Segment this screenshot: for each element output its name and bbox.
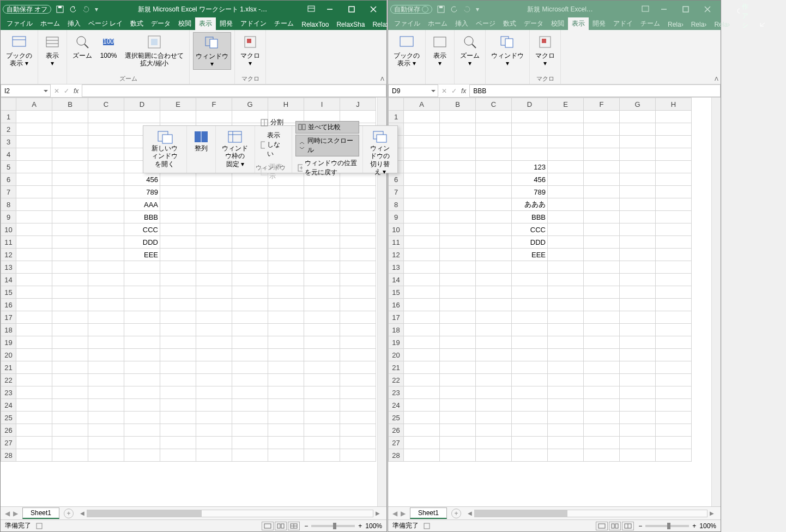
cell[interactable] (656, 236, 692, 249)
ribbon-display-icon[interactable] (641, 5, 650, 14)
cell[interactable] (88, 236, 124, 249)
normal-view-icon[interactable] (262, 522, 274, 530)
zoom-slider[interactable] (645, 525, 689, 527)
row-header[interactable]: 25 (389, 412, 404, 424)
sheet-tab[interactable]: Sheet1 (410, 507, 447, 519)
cell[interactable] (52, 211, 88, 223)
cell[interactable] (196, 361, 232, 374)
cell[interactable] (548, 299, 584, 311)
cell[interactable] (476, 173, 512, 186)
cell[interactable] (16, 148, 52, 161)
book-view-button[interactable]: ブックの 表示 ▾ (4, 32, 34, 69)
cell[interactable]: 789 (512, 186, 548, 198)
cell[interactable] (620, 311, 656, 324)
cell[interactable] (16, 299, 52, 311)
ribbon-tab-4[interactable]: 数式 (126, 17, 147, 30)
cell[interactable] (268, 274, 304, 286)
cell[interactable] (124, 437, 160, 449)
cell[interactable] (440, 286, 476, 299)
row-header[interactable]: 14 (1, 274, 16, 286)
cell[interactable] (476, 349, 512, 361)
cell[interactable] (52, 123, 88, 136)
cell[interactable]: CCC (124, 223, 160, 236)
show-button[interactable]: 表示 ▾ (41, 32, 63, 69)
cell[interactable] (160, 412, 196, 424)
cell[interactable] (340, 386, 376, 399)
cell[interactable] (160, 186, 196, 198)
column-header[interactable]: H (268, 98, 304, 111)
column-header[interactable]: F (196, 98, 232, 111)
cell[interactable] (232, 424, 268, 437)
accept-formula-icon[interactable]: ✓ (451, 87, 457, 95)
cell[interactable] (440, 399, 476, 412)
cell[interactable] (52, 299, 88, 311)
ribbon-collapse-icon[interactable]: ᐱ (380, 76, 384, 82)
cell[interactable] (584, 211, 620, 223)
ribbon-tab-7[interactable]: 表示 (195, 17, 216, 30)
cell[interactable] (584, 261, 620, 274)
cell[interactable] (440, 249, 476, 261)
column-header[interactable]: B (52, 98, 88, 111)
cell[interactable] (304, 274, 340, 286)
cell[interactable] (340, 274, 376, 286)
cell[interactable] (404, 399, 440, 412)
row-header[interactable]: 13 (1, 261, 16, 274)
cell[interactable] (52, 424, 88, 437)
cell[interactable] (584, 274, 620, 286)
cell[interactable] (620, 211, 656, 223)
cell[interactable] (656, 336, 692, 349)
cell[interactable] (548, 324, 584, 336)
cell[interactable] (16, 223, 52, 236)
cell[interactable] (268, 449, 304, 462)
cell[interactable] (584, 198, 620, 211)
ribbon-tab-10[interactable]: チーム (270, 17, 298, 30)
cell[interactable] (404, 299, 440, 311)
cell[interactable] (268, 386, 304, 399)
ribbon-tab-2[interactable]: 挿入 (64, 17, 84, 30)
cell[interactable] (268, 311, 304, 324)
cell[interactable] (340, 437, 376, 449)
cell[interactable] (548, 111, 584, 123)
cell[interactable] (196, 186, 232, 198)
column-header[interactable]: D (124, 98, 160, 111)
cell[interactable] (404, 223, 440, 236)
cell[interactable] (548, 123, 584, 136)
cell[interactable] (88, 198, 124, 211)
cell[interactable] (268, 223, 304, 236)
cell[interactable] (476, 336, 512, 349)
ribbon-tab-12[interactable]: Rela› (687, 19, 711, 30)
cell[interactable] (340, 236, 376, 249)
100pct-button[interactable]: 100100% (98, 32, 119, 61)
horizontal-scrollbar[interactable]: ◀▶ (78, 509, 382, 518)
ribbon-tab-8[interactable]: 開発 (589, 17, 609, 30)
cell[interactable] (304, 311, 340, 324)
cell[interactable] (476, 324, 512, 336)
ribbon-tab-7[interactable]: 表示 (568, 17, 589, 30)
cell[interactable] (124, 274, 160, 286)
row-header[interactable]: 15 (389, 286, 404, 299)
cell[interactable] (340, 249, 376, 261)
cell[interactable] (88, 173, 124, 186)
ribbon-tab-6[interactable]: 校閲 (547, 17, 568, 30)
add-sheet-button[interactable]: + (451, 509, 461, 518)
ribbon-tab-6[interactable]: 校閲 (174, 17, 195, 30)
minimize-button[interactable] (653, 2, 675, 17)
cell[interactable] (548, 136, 584, 148)
row-header[interactable]: 2 (1, 123, 16, 136)
cell[interactable] (584, 223, 620, 236)
cell[interactable] (52, 336, 88, 349)
row-header[interactable]: 15 (1, 286, 16, 299)
cell[interactable] (196, 261, 232, 274)
cell[interactable] (476, 261, 512, 274)
cell[interactable] (340, 349, 376, 361)
cell[interactable]: EEE (124, 249, 160, 261)
cell[interactable] (620, 198, 656, 211)
cell[interactable] (124, 361, 160, 374)
row-header[interactable]: 26 (1, 424, 16, 437)
cell[interactable] (440, 211, 476, 223)
cell[interactable] (52, 449, 88, 462)
cell[interactable] (584, 249, 620, 261)
row-header[interactable]: 23 (1, 386, 16, 399)
ribbon-display-icon[interactable] (307, 5, 316, 14)
row-header[interactable]: 10 (389, 223, 404, 236)
